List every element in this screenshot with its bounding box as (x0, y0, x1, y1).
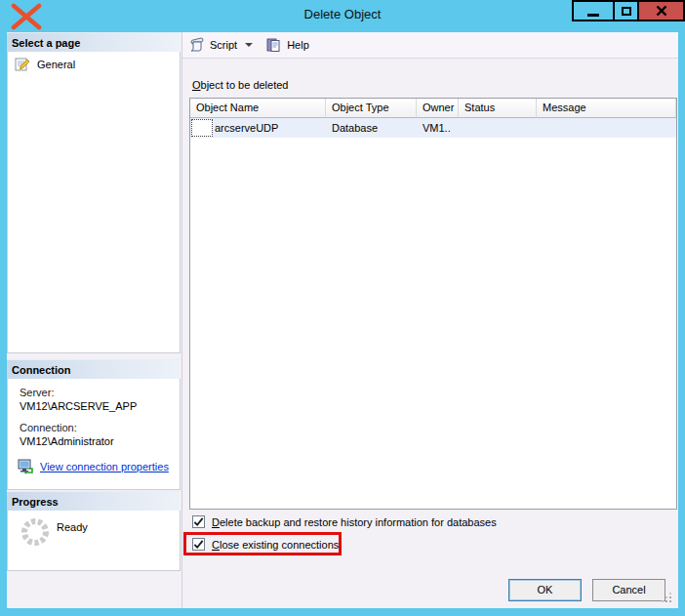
column-header-object-type[interactable]: Object Type (326, 99, 417, 118)
resize-grip[interactable] (661, 592, 673, 604)
checkmark-icon (193, 539, 204, 550)
table-row[interactable]: arcserveUDP Database VM1.. (190, 118, 676, 138)
connection-header: Connection (7, 359, 181, 379)
close-icon (656, 5, 667, 17)
close-button[interactable] (637, 0, 685, 21)
titlebar: Delete Object (0, 0, 685, 32)
cell-object-type: Database (326, 118, 417, 138)
annotation-x-icon (10, 3, 43, 32)
window-controls (574, 0, 685, 21)
column-header-object-name[interactable]: Object Name (190, 99, 326, 118)
delete-history-checkbox-label: Delete backup and restore history inform… (212, 516, 497, 528)
script-button[interactable]: Script (189, 37, 253, 53)
checkmark-icon (193, 516, 204, 527)
server-label: Server: (20, 387, 180, 398)
cell-object-name: arcserveUDP (190, 118, 326, 138)
progress-header: Progress (7, 491, 181, 511)
close-connections-checkbox[interactable] (192, 538, 205, 551)
cell-status (459, 118, 537, 138)
delete-history-checkbox[interactable] (192, 515, 205, 528)
help-button[interactable]: Help (266, 37, 309, 53)
progress-panel: Ready (7, 511, 181, 571)
server-value: VM12\ARCSERVE_APP (20, 400, 180, 412)
row-selector[interactable] (191, 119, 213, 137)
column-header-owner[interactable]: Owner (417, 99, 459, 118)
progress-spinner-icon (20, 516, 51, 548)
help-button-label: Help (287, 39, 309, 51)
ok-button[interactable]: OK (508, 579, 582, 601)
cell-message (537, 118, 676, 138)
object-to-be-deleted-label: Object to be deleted (192, 79, 288, 91)
script-button-label: Script (210, 39, 237, 51)
client-area: Select a page General Connection Server: (7, 32, 678, 608)
connection-properties-icon (18, 459, 34, 474)
sidebar-item-general[interactable]: General (8, 52, 180, 73)
cell-owner: VM1.. (417, 118, 459, 138)
connection-panel: Server: VM12\ARCSERVE_APP Connection: VM… (7, 379, 181, 490)
chevron-down-icon (245, 43, 253, 47)
progress-status: Ready (57, 521, 88, 533)
view-connection-properties-link[interactable]: View connection properties (40, 461, 169, 472)
cancel-button[interactable]: Cancel (592, 579, 665, 601)
connection-label: Connection: (20, 422, 180, 433)
pages-panel: General (7, 52, 181, 353)
column-header-message[interactable]: Message (537, 99, 676, 118)
sidebar: Select a page General Connection Server: (7, 32, 181, 608)
minimize-icon (587, 14, 599, 17)
select-a-page-header: Select a page (7, 32, 181, 52)
general-page-icon (15, 57, 30, 72)
column-header-status[interactable]: Status (459, 99, 537, 118)
delete-object-dialog: Delete Object Select (0, 0, 685, 616)
main-panel: Script Help Object to be deleted (181, 32, 678, 608)
help-icon (266, 37, 282, 53)
object-table: Object Name Object Type Owner Status Mes… (189, 98, 677, 510)
minimize-button[interactable] (572, 0, 615, 21)
table-header-row: Object Name Object Type Owner Status Mes… (190, 99, 676, 118)
sidebar-item-label: General (37, 59, 75, 70)
script-icon (189, 37, 205, 53)
maximize-icon (622, 7, 631, 16)
maximize-button[interactable] (613, 0, 639, 21)
connection-value: VM12\Administrator (20, 435, 180, 447)
toolbar: Script Help (182, 32, 678, 59)
close-connections-checkbox-label: Close existing connections (212, 539, 339, 551)
